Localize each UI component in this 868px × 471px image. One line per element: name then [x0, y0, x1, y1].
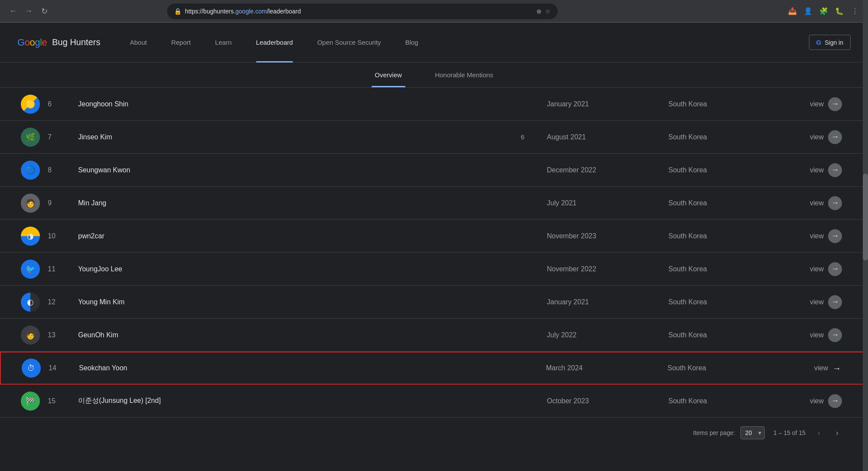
country-cell: South Korea [668, 133, 790, 141]
avatar: 🏁 [21, 392, 40, 411]
nav-blog[interactable]: Blog [393, 23, 431, 63]
avatar-cell: 🔵 [17, 161, 43, 180]
name-cell: YoungJoo Lee [78, 265, 521, 273]
nav-learn[interactable]: Learn [203, 23, 243, 63]
scrollbar-track[interactable] [863, 0, 868, 471]
page-range: 1 – 15 of 15 [773, 429, 806, 436]
avatar-cell: 🟡 [17, 95, 43, 114]
tab-honorable-mentions[interactable]: Honorable Mentions [431, 63, 496, 87]
table-row[interactable]: 🧑 13 GeunOh Kim July 2022 South Korea vi… [0, 319, 868, 352]
date-cell: October 2023 [547, 397, 668, 405]
pagination-bar: Items per page: 10 20 50 1 – 15 of 15 ‹ … [0, 418, 868, 448]
view-cell[interactable]: view → [790, 262, 842, 276]
sub-nav: Overview Honorable Mentions [0, 63, 868, 88]
name-cell: GeunOh Kim [78, 331, 521, 339]
date-cell: January 2021 [547, 100, 668, 108]
nav-about[interactable]: About [118, 23, 159, 63]
date-cell: December 2022 [547, 166, 668, 174]
address-bar[interactable]: 🔒 https://bughunters.google.com/leaderbo… [167, 3, 558, 19]
name-cell: Jinseo Kim [78, 133, 521, 141]
items-per-page-select-wrapper: 10 20 50 [740, 426, 765, 439]
google-wordmark: Google [17, 37, 47, 48]
table-row[interactable]: 🟡 6 Jeonghoon Shin January 2021 South Ko… [0, 88, 868, 121]
tab-overview[interactable]: Overview [372, 63, 406, 87]
nav-open-source-security[interactable]: Open Source Security [305, 23, 393, 63]
table-row[interactable]: 🐦 11 YoungJoo Lee November 2022 South Ko… [0, 253, 868, 286]
view-cell[interactable]: view → [790, 394, 842, 408]
reload-button[interactable]: ↻ [38, 5, 50, 17]
nav-report[interactable]: Report [159, 23, 203, 63]
sign-in-button[interactable]: G Sign in [809, 35, 851, 50]
forward-button[interactable]: → [23, 5, 35, 17]
date-cell: August 2021 [547, 133, 668, 141]
bookmark-icon: ☆ [545, 8, 551, 15]
avatar: 🟡 [21, 95, 40, 114]
prev-page-button[interactable]: ‹ [814, 427, 824, 439]
view-cell[interactable]: view → [790, 229, 842, 243]
view-cell[interactable]: view → [790, 196, 842, 210]
view-arrow-icon: → [828, 130, 842, 144]
rank-cell: 15 [43, 397, 78, 405]
table-row[interactable]: ⏱ 14 Seokchan Yoon March 2024 South Kore… [0, 352, 868, 385]
view-cell[interactable]: view → [789, 363, 841, 373]
profile-icon[interactable]: 👤 [802, 5, 814, 17]
view-cell[interactable]: view → [790, 163, 842, 177]
avatar: 🔵 [21, 161, 40, 180]
rank-cell: 11 [43, 265, 78, 273]
view-label: view [810, 331, 824, 339]
avatar-cell: 🐦 [17, 260, 43, 279]
rank-cell: 9 [43, 199, 78, 207]
rank-cell: 12 [43, 298, 78, 306]
date-cell: July 2022 [547, 331, 668, 339]
country-cell: South Korea [668, 199, 790, 207]
country-cell: South Korea [668, 397, 790, 405]
country-cell: South Korea [668, 166, 790, 174]
view-cell[interactable]: view → [790, 97, 842, 111]
avatar: 🌿 [21, 128, 40, 147]
name-cell: pwn2car [78, 232, 521, 240]
table-row[interactable]: 🧑 9 Min Jang July 2021 South Korea view … [0, 187, 868, 220]
site-name: Bug Hunters [52, 37, 100, 47]
view-cell[interactable]: view → [790, 130, 842, 144]
avatar-cell: ⏱ [18, 359, 44, 378]
table-row[interactable]: ◐ 12 Young Min Kim January 2021 South Ko… [0, 286, 868, 319]
table-row[interactable]: ◑ 10 pwn2car November 2023 South Korea v… [0, 220, 868, 253]
browser-nav-buttons: ← → ↻ [7, 5, 50, 17]
avatar-cell: 🧑 [17, 194, 43, 213]
rank-cell: 14 [44, 364, 79, 372]
name-cell: Min Jang [78, 199, 521, 207]
extensions-icon[interactable]: 🧩 [818, 5, 830, 17]
next-page-button[interactable]: › [832, 427, 842, 439]
nav-leaderboard[interactable]: Leaderboard [244, 23, 305, 63]
name-cell: Seungwan Kwon [78, 166, 521, 174]
country-cell: South Korea [667, 364, 789, 372]
avatar: ◑ [21, 227, 40, 246]
menu-icon[interactable]: ⋮ [849, 5, 861, 17]
name-cell: Seokchan Yoon [79, 364, 520, 372]
bug-icon[interactable]: 🐛 [833, 5, 845, 17]
view-cell[interactable]: view → [790, 295, 842, 309]
badge-cell: 6 [521, 133, 547, 141]
table-row[interactable]: 🏁 15 이준성(Junsung Lee) [2nd] October 2023… [0, 385, 868, 418]
site-header: Google Bug Hunters About Report Learn Le… [0, 23, 868, 63]
browser-actions: 📥 👤 🧩 🐛 ⋮ [786, 5, 861, 17]
back-button[interactable]: ← [7, 5, 19, 17]
scrollbar-thumb[interactable] [863, 174, 868, 260]
avatar: 🐦 [21, 260, 40, 279]
view-label: view [810, 100, 824, 108]
rank-cell: 7 [43, 133, 78, 141]
view-cell[interactable]: view → [790, 328, 842, 342]
rank-cell: 6 [43, 100, 78, 108]
name-cell: Jeonghoon Shin [78, 100, 521, 108]
rank-cell: 10 [43, 232, 78, 240]
date-cell: January 2021 [547, 298, 668, 306]
items-per-page-select[interactable]: 10 20 50 [740, 426, 765, 439]
view-label: view [814, 364, 828, 372]
country-cell: South Korea [668, 100, 790, 108]
date-cell: November 2022 [547, 265, 668, 273]
table-row[interactable]: 🌿 7 Jinseo Kim 6 August 2021 South Korea… [0, 121, 868, 154]
avatar-cell: 🌿 [17, 128, 43, 147]
pocket-icon[interactable]: 📥 [786, 5, 799, 17]
table-row[interactable]: 🔵 8 Seungwan Kwon December 2022 South Ko… [0, 154, 868, 187]
leaderboard-table: 🟡 6 Jeonghoon Shin January 2021 South Ko… [0, 88, 868, 418]
